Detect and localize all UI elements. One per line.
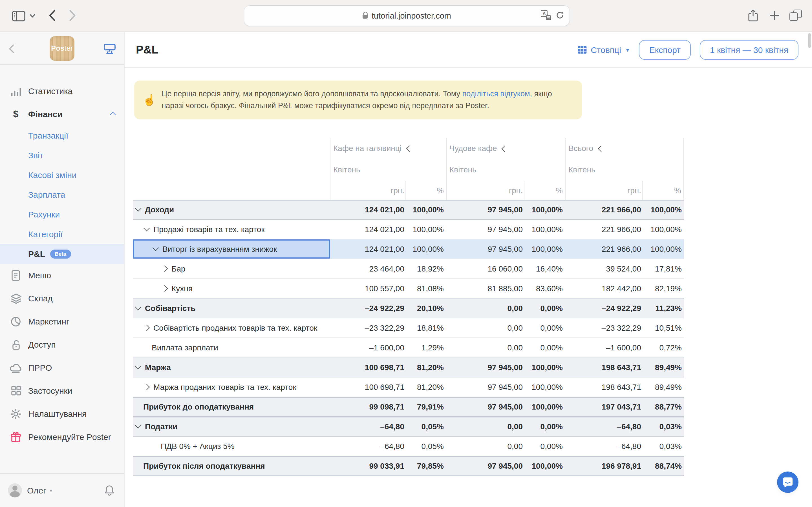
chevron-down-icon[interactable] (135, 363, 142, 370)
amount-cell: 100 698,71 (330, 357, 405, 377)
reload-icon[interactable] (555, 11, 564, 20)
sidebar-item-access[interactable]: Доступ (0, 333, 124, 356)
amount-cell: –64,80 (565, 436, 642, 456)
amount-cell: 99 033,91 (330, 456, 405, 476)
collapse-column-icon[interactable] (598, 145, 605, 152)
percent-cell: 16,40% (524, 259, 565, 279)
export-button[interactable]: Експорт (639, 40, 691, 59)
sidebar-item-report[interactable]: Звіт (0, 145, 124, 165)
sidebar-item-statistics[interactable]: Статистика (0, 79, 124, 103)
sidebar-item-apps[interactable]: Застосунки (0, 379, 124, 402)
date-range-button[interactable]: 1 квітня — 30 квітня (700, 40, 799, 59)
sidebar-toggle-icon[interactable] (12, 11, 26, 21)
chevron-right-icon[interactable] (161, 285, 168, 291)
sidebar-item-finance[interactable]: $Фінанси (0, 103, 124, 126)
row-label[interactable]: Собівартість проданих товарів та тех. ка… (133, 318, 330, 338)
collapse-column-icon[interactable] (406, 145, 413, 152)
percent-cell: 83,60% (524, 279, 565, 298)
tab-overview-icon[interactable] (790, 10, 802, 21)
share-icon[interactable] (748, 9, 758, 22)
back-icon[interactable] (49, 10, 56, 21)
sidebar-header: Poster (0, 32, 124, 65)
percent-cell: 18,81% (405, 318, 446, 338)
sidebar-item-label: Фінанси (28, 109, 63, 119)
unit-header-percent: % (524, 180, 565, 200)
row-label[interactable]: Маржа (133, 357, 330, 377)
chevron-down-icon[interactable] (135, 422, 142, 429)
unit-header-hrn: грн. (330, 180, 405, 200)
amount-cell: 0,00 (446, 338, 524, 357)
chevron-up-icon[interactable] (110, 112, 116, 118)
row-label[interactable]: Доходи (133, 200, 330, 219)
column-group-header[interactable]: Всього (565, 138, 684, 159)
translate-icon[interactable]: A (541, 10, 551, 20)
percent-cell: 18,92% (405, 259, 446, 279)
sidebar-item-salary[interactable]: Зарплата (0, 185, 124, 205)
sidebar-item-pnl[interactable]: P&LBeta (0, 244, 124, 264)
columns-button[interactable]: Стовпці ▼ (577, 45, 630, 54)
chevron-down-icon[interactable] (135, 205, 142, 212)
sidebar-item-categories[interactable]: Категорії (0, 224, 124, 244)
chevron-down-icon[interactable] (29, 13, 36, 18)
row-label-text: Виплата зарплати (152, 343, 218, 352)
row-label[interactable]: Виторг із вирахуванням знижок (133, 239, 330, 259)
chevron-down-icon[interactable] (144, 225, 150, 231)
row-label[interactable]: Маржа проданих товарів та тех. карток (133, 377, 330, 397)
sidebar-user: Олег ▾ (0, 473, 124, 507)
avatar[interactable] (8, 483, 22, 497)
chevron-right-icon[interactable] (144, 384, 150, 390)
percent-cell: 0,00% (524, 338, 565, 357)
row-label[interactable]: Прибуток до оподаткування (133, 397, 330, 416)
chevron-right-icon[interactable] (144, 325, 150, 331)
feedback-link[interactable]: поділіться відгуком (462, 90, 530, 98)
sidebar-item-prro[interactable]: ПРРО (0, 356, 124, 379)
row-label[interactable]: Виплата зарплати (133, 338, 330, 357)
lock-icon (363, 11, 368, 19)
chevron-down-icon[interactable] (135, 304, 142, 311)
chevron-right-icon[interactable] (161, 265, 168, 272)
row-label-text: Податки (145, 422, 177, 431)
row-label-text: Продажі товарів та тех. карток (153, 224, 265, 233)
collapse-sidebar-icon[interactable] (9, 44, 17, 53)
sidebar-item-menu[interactable]: Меню (0, 264, 124, 287)
sidebar-item-marketing[interactable]: Маркетинг (0, 310, 124, 333)
page-scrollbar[interactable] (808, 33, 811, 48)
row-label[interactable]: Кухня (133, 279, 330, 298)
percent-cell: 17,81% (642, 259, 684, 279)
sidebar-item-recommend[interactable]: Рекомендуйте Poster (0, 425, 124, 448)
percent-cell: 100,00% (524, 357, 565, 377)
terminal-icon[interactable] (103, 43, 117, 55)
caret-down-icon: ▼ (625, 47, 630, 53)
sidebar-item-settings[interactable]: Налаштування (0, 402, 124, 425)
row-label[interactable]: Податки (133, 416, 330, 436)
sidebar-item-label: ПРРО (28, 363, 52, 372)
address-bar[interactable]: tutorial.joinposter.com A (244, 6, 569, 26)
chevron-down-icon[interactable] (153, 244, 159, 251)
column-group-header[interactable]: Чудове кафе (446, 138, 565, 159)
amount-cell: 23 464,00 (330, 259, 405, 279)
row-label[interactable]: Бар (133, 259, 330, 279)
percent-cell: 79,85% (405, 456, 446, 476)
notifications-bell-icon[interactable] (104, 485, 115, 497)
row-label[interactable]: Собівартість (133, 298, 330, 318)
sidebar-item-transactions[interactable]: Транзакції (0, 126, 124, 145)
new-tab-icon[interactable] (769, 10, 780, 21)
user-name[interactable]: Олег (27, 486, 46, 495)
sidebar-item-cash-shifts[interactable]: Касові зміни (0, 165, 124, 185)
forward-icon[interactable] (69, 10, 76, 21)
dollar-icon: $ (10, 108, 22, 120)
row-label[interactable]: Продажі товарів та тех. карток (133, 219, 330, 239)
amount-cell: 221 966,00 (565, 219, 642, 239)
column-group-header[interactable]: Кафе на галявинці (330, 138, 446, 159)
sidebar-item-stock[interactable]: Склад (0, 287, 124, 310)
sidebar-item-accounts[interactable]: Рахунки (0, 205, 124, 224)
poster-logo[interactable]: Poster (50, 36, 74, 61)
support-chat-button[interactable] (777, 471, 799, 493)
amount-cell: 124 021,00 (330, 200, 405, 219)
collapse-column-icon[interactable] (502, 145, 508, 152)
column-group-name: Всього (568, 144, 593, 153)
row-label[interactable]: Прибуток після оподаткування (133, 456, 330, 476)
user-menu-caret-icon[interactable]: ▾ (50, 488, 52, 493)
sidebar-item-label: P&L (28, 249, 45, 259)
row-label[interactable]: ПДВ 0% + Акциз 5% (133, 436, 330, 456)
